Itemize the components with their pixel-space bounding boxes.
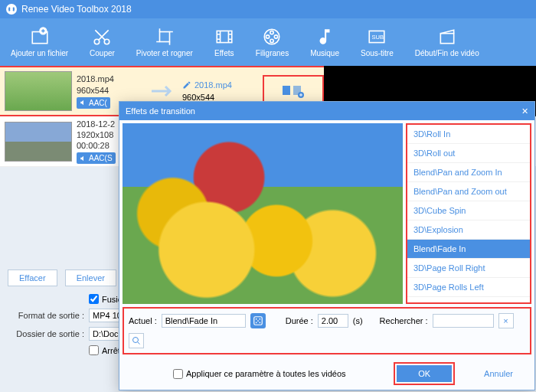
audio-badge: AAC(S [77, 152, 116, 164]
effects-list[interactable]: 3D\Roll In3D\Roll outBlend\Pan and Zoom … [406, 123, 531, 304]
main-toolbar: Ajouter un fichier Couper Pivoter et rog… [0, 18, 536, 66]
svg-point-18 [255, 318, 257, 320]
scissors-icon [92, 27, 112, 47]
effect-item[interactable]: 3D\Page Roll Right [407, 259, 530, 278]
effect-item[interactable]: 3D\Page Roll Bottom [407, 297, 530, 304]
search-input[interactable] [433, 314, 494, 328]
slate-icon [437, 27, 457, 47]
app-logo-icon [6, 4, 17, 15]
svg-point-7 [270, 31, 273, 34]
effect-item[interactable]: 3D\Page Rolls Left [407, 278, 530, 297]
reel-icon [262, 27, 282, 47]
duration-input[interactable] [318, 314, 348, 328]
svg-point-22 [257, 320, 259, 322]
stop-checkbox[interactable] [89, 345, 99, 355]
duration-unit: (s) [353, 316, 363, 325]
effect-item[interactable]: 3D\Cube Spin [407, 201, 530, 220]
svg-text:SUB: SUB [372, 34, 384, 41]
search-icon [132, 336, 141, 345]
ok-button[interactable]: OK [397, 365, 452, 382]
transition-icon[interactable] [283, 83, 304, 98]
svg-point-23 [133, 338, 139, 343]
app-title: Renee Video Toolbox 2018 [21, 4, 132, 15]
pencil-icon [182, 80, 191, 90]
clip-thumbnail [5, 122, 72, 162]
add-file-button[interactable]: Ajouter un fichier [0, 24, 79, 60]
dialog-titlebar: Effets de transition ✕ [119, 102, 534, 120]
format-label: Format de sortie : [8, 311, 84, 320]
add-file-icon [30, 27, 50, 47]
arrow-right-icon [152, 85, 175, 97]
film-icon [214, 27, 234, 47]
apply-all-checkbox[interactable] [173, 369, 183, 379]
clear-button[interactable]: Effacer [8, 270, 57, 286]
effect-item[interactable]: Blend\Pan and Zoom In [407, 163, 530, 182]
effect-item[interactable]: 3D\Explosion [407, 220, 530, 240]
random-button[interactable] [250, 313, 266, 328]
folder-label: Dossier de sortie : [8, 329, 84, 338]
merge-checkbox[interactable] [89, 294, 99, 304]
remove-button[interactable]: Enlever [65, 270, 116, 286]
output-info: 2018.mp4 960x544 [182, 80, 232, 102]
svg-point-8 [266, 35, 270, 38]
svg-point-20 [255, 322, 257, 323]
svg-rect-5 [217, 31, 232, 42]
svg-rect-13 [440, 34, 453, 44]
music-button[interactable]: Musique [299, 24, 350, 60]
cut-button[interactable]: Couper [79, 24, 126, 60]
music-icon [315, 27, 335, 47]
effect-item[interactable]: Blend\Pan and Zoom out [407, 182, 530, 201]
clear-search-button[interactable]: × [498, 313, 514, 328]
ok-button-highlight: OK [394, 362, 455, 385]
svg-point-21 [259, 322, 260, 323]
dialog-controls: Actuel : Durée : (s) Rechercher : × [123, 307, 531, 354]
titlebar: Renee Video Toolbox 2018 [0, 0, 536, 18]
dialog-title: Effets de transition [126, 106, 195, 116]
current-effect-input[interactable] [162, 314, 246, 328]
search-label: Rechercher : [380, 316, 428, 325]
crop-icon [155, 27, 175, 47]
transition-dialog: Effets de transition ✕ 3D\Roll In3D\Roll… [119, 101, 535, 390]
intro-outro-button[interactable]: Début/Fin de vidéo [404, 24, 490, 60]
watermark-button[interactable]: Filigranes [245, 24, 299, 60]
subtitle-button[interactable]: SUB Sous-titre [350, 24, 404, 60]
svg-rect-4 [159, 32, 169, 42]
duration-label: Durée : [286, 316, 313, 325]
effects-button[interactable]: Effets [204, 24, 245, 60]
rotate-crop-button[interactable]: Pivoter et rogner [126, 24, 204, 60]
effect-item[interactable]: Blend\Fade In [407, 240, 530, 259]
svg-point-10 [270, 39, 273, 42]
apply-all-checkbox-row[interactable]: Appliquer ce paramètre à toutes les vidé… [173, 369, 346, 379]
effect-item[interactable]: 3D\Roll In [407, 125, 530, 144]
close-icon[interactable]: ✕ [521, 106, 528, 116]
current-label: Actuel : [129, 316, 157, 325]
effect-item[interactable]: 3D\Roll out [407, 144, 530, 163]
svg-point-9 [275, 35, 278, 38]
cancel-button[interactable]: Annuler [470, 365, 527, 382]
clip-thumbnail [5, 71, 72, 111]
svg-rect-14 [283, 86, 290, 95]
audio-badge: AAC( [77, 97, 110, 109]
svg-point-19 [259, 318, 260, 320]
preview-pane [123, 123, 403, 304]
search-button[interactable] [129, 333, 144, 348]
subtitle-icon: SUB [367, 27, 387, 47]
dialog-footer: Appliquer ce paramètre à toutes les vidé… [119, 358, 534, 390]
